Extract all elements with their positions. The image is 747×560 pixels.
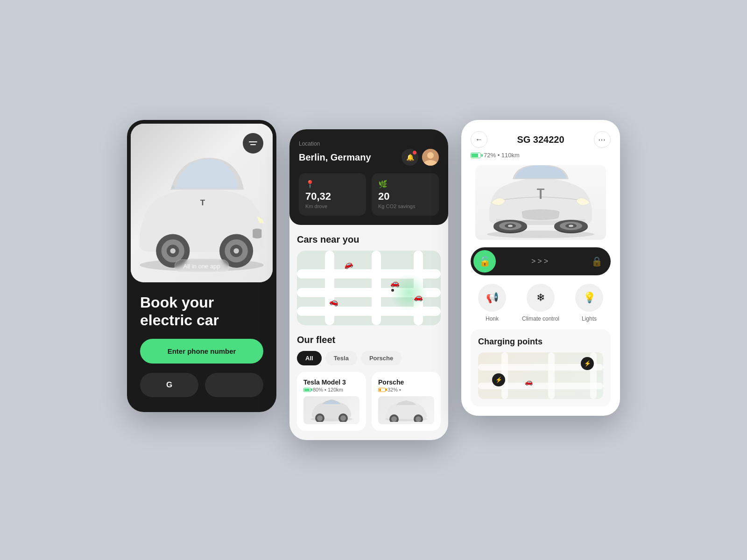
honk-icon: 📢 [486, 292, 499, 304]
phone-control: ← SG 324220 ⋯ 72% • 110km [461, 120, 620, 416]
app-badge: All in one app [175, 259, 229, 273]
climate-label: Climate control [522, 315, 559, 322]
control-header: ← SG 324220 ⋯ [461, 120, 620, 152]
notification-button[interactable]: 🔔 [402, 149, 418, 166]
phone2-content: Cars near you 🚗 🚗 🚗 🚗 [289, 225, 448, 440]
svg-point-27 [508, 225, 513, 227]
climate-icon: ❄ [536, 292, 545, 304]
svg-point-14 [317, 415, 323, 421]
lights-label: Lights [582, 315, 597, 322]
back-icon: ← [475, 135, 483, 144]
lock-open-icon: 🔓 [479, 256, 491, 267]
stats-row: 📍 70,32 Km drove 🌿 20 Kg CO2 savings [299, 173, 439, 216]
fleet-tabs: All Tesla Porsche [297, 351, 441, 365]
bell-icon: 🔔 [406, 154, 414, 161]
map-header: Location Berlin, Germany 🔔 [289, 129, 448, 225]
car2-thumbnail [378, 396, 434, 424]
charging-map[interactable]: ⚡ ⚡ 🚗 [478, 352, 603, 399]
car2-battery: 32% • [378, 387, 434, 392]
lights-control: 💡 Lights [568, 284, 611, 322]
car1-name: Tesla Model 3 [303, 378, 359, 386]
car-status-text: 72% • 110km [484, 152, 520, 159]
location-stat-icon: 📍 [305, 180, 359, 189]
honk-control: 📢 Honk [471, 284, 514, 322]
location-row: Berlin, Germany 🔔 [299, 149, 439, 166]
km-value: 70,32 [305, 190, 359, 203]
svg-text:T: T [200, 198, 205, 207]
phone-map: Location Berlin, Germany 🔔 [289, 129, 448, 440]
unlock-thumb[interactable]: 🔓 [473, 250, 496, 273]
svg-point-16 [340, 415, 346, 421]
charging-title: Charging points [478, 337, 603, 347]
menu-line-2 [250, 144, 256, 145]
enter-phone-button[interactable]: Enter phone number [140, 339, 263, 364]
google-signin-button[interactable]: G [140, 373, 198, 397]
honk-button[interactable]: 📢 [478, 284, 506, 312]
cars-row: Tesla Model 3 80% • 120km [297, 372, 441, 431]
charge-pin-1[interactable]: ⚡ [492, 373, 505, 386]
leaf-stat-icon: 🌿 [378, 180, 432, 189]
slider-arrows: >>> [496, 257, 585, 266]
google-icon: G [166, 380, 172, 390]
car-card-porsche[interactable]: Porsche 32% • [372, 372, 441, 431]
co2-value: 20 [378, 190, 432, 203]
more-options-button[interactable]: ⋯ [594, 131, 611, 148]
fleet-title: Our fleet [297, 335, 441, 345]
climate-button[interactable]: ❄ [527, 284, 555, 312]
controls-section: 📢 Honk ❄ Climate control 💡 Lights [461, 284, 620, 329]
car-hero-image: T All in one app [131, 124, 273, 282]
car2-name: Porsche [378, 378, 434, 386]
apple-signin-button[interactable] [205, 373, 263, 397]
svg-point-4 [170, 248, 176, 253]
car1-battery: 80% • 120km [303, 387, 359, 392]
phones-container: T All in one app Book your electric car … [127, 120, 620, 440]
social-buttons: G [140, 373, 263, 397]
phone-booking: T All in one app Book your electric car … [127, 120, 276, 412]
tab-all[interactable]: All [297, 351, 322, 365]
bolt-icon-2: ⚡ [584, 360, 591, 367]
car-status-row: 72% • 110km [461, 152, 620, 161]
main-heading: Book your electric car [140, 294, 263, 329]
co2-stat-card: 🌿 20 Kg CO2 savings [372, 173, 439, 216]
car-image-area [461, 161, 620, 247]
car-card-tesla[interactable]: Tesla Model 3 80% • 120km [297, 372, 366, 431]
unlock-slider[interactable]: 🔓 >>> 🔒 [471, 247, 611, 275]
location-name: Berlin, Germany [299, 152, 371, 163]
controls-row: 📢 Honk ❄ Climate control 💡 Lights [471, 284, 611, 322]
location-label: Location [299, 140, 439, 147]
bolt-icon-1: ⚡ [495, 377, 502, 383]
battery-fill [472, 154, 478, 157]
lights-button[interactable]: 💡 [575, 284, 603, 312]
menu-button[interactable] [243, 133, 263, 154]
svg-point-8 [233, 248, 239, 253]
car-plate: SG 324220 [517, 134, 564, 145]
cars-near-section: Cars near you 🚗 🚗 🚗 🚗 [297, 234, 441, 325]
car1-thumbnail [303, 396, 359, 424]
lock-icon: 🔒 [585, 250, 608, 273]
user-avatar[interactable] [422, 149, 439, 166]
lights-icon: 💡 [583, 292, 596, 304]
km-stat-card: 📍 70,32 Km drove [299, 173, 366, 216]
climate-control: ❄ Climate control [519, 284, 562, 322]
battery-icon-green [303, 388, 311, 392]
svg-point-32 [569, 225, 573, 227]
menu-line-1 [249, 141, 257, 142]
battery-icon-orange [378, 388, 386, 392]
tab-tesla[interactable]: Tesla [325, 351, 357, 365]
avatar-area: 🔔 [402, 149, 439, 166]
map-car-icon: 🚗 [525, 378, 533, 385]
phone1-bottom: Book your electric car Enter phone numbe… [127, 282, 276, 412]
back-button[interactable]: ← [471, 131, 487, 148]
charge-pin-2[interactable]: ⚡ [581, 357, 594, 370]
co2-label: Kg CO2 savings [378, 203, 432, 209]
map-view[interactable]: 🚗 🚗 🚗 🚗 [297, 251, 441, 325]
car-3d-view [475, 165, 606, 240]
battery-bar [471, 153, 481, 158]
svg-point-11 [427, 152, 434, 159]
lock-closed-icon: 🔒 [591, 256, 603, 267]
km-label: Km drove [305, 203, 359, 209]
fleet-section: Our fleet All Tesla Porsche Tesla Model … [297, 335, 441, 431]
svg-point-21 [416, 416, 421, 422]
tab-porsche[interactable]: Porsche [361, 351, 402, 365]
charging-section: Charging points ⚡ ⚡ 🚗 [471, 329, 611, 406]
